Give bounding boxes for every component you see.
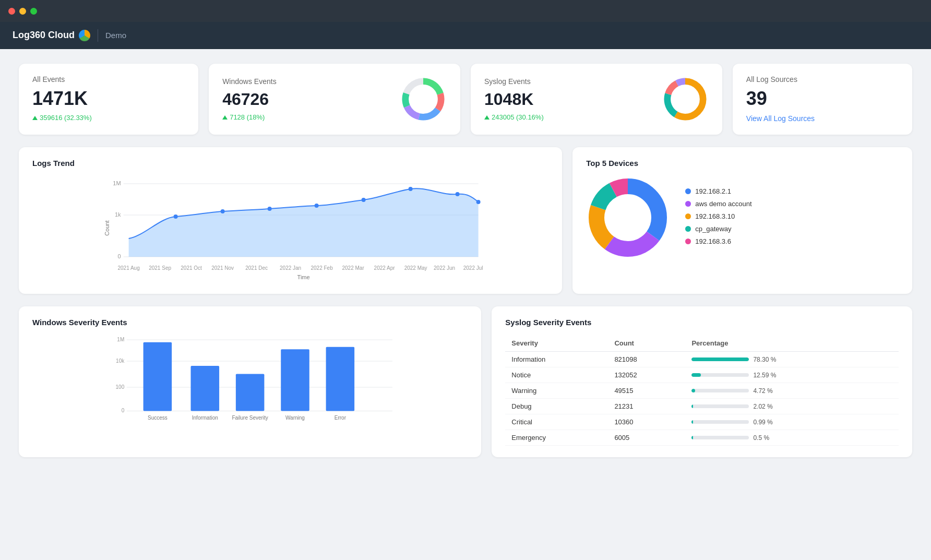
logo-icon [79, 30, 90, 41]
svg-text:Information: Information [192, 415, 218, 421]
svg-text:0: 0 [117, 253, 121, 259]
legend-label: aws demo account [695, 200, 751, 208]
svg-text:2021 Nov: 2021 Nov [211, 265, 234, 271]
svg-text:100: 100 [116, 384, 125, 390]
svg-text:Warning: Warning [285, 415, 305, 421]
syslog-severity-title: Syslog Severity Events [505, 318, 899, 327]
svg-point-44 [605, 195, 651, 241]
svg-text:2021 Sep: 2021 Sep [149, 265, 171, 271]
arrow-up-icon [222, 115, 228, 120]
severity-cell: Emergency [505, 430, 608, 446]
syslog-events-change: 243005 (30.16%) [484, 113, 662, 121]
svg-point-24 [476, 200, 481, 204]
windows-events-value: 46726 [222, 90, 400, 109]
percentage-cell: 4.72 % [685, 383, 899, 399]
summary-row: All Events 1471K 359616 (32.33%) Windows… [19, 64, 912, 135]
svg-text:Success: Success [148, 415, 168, 421]
svg-point-23 [456, 192, 460, 196]
table-header-row: Severity Count Percentage [505, 335, 899, 352]
legend-item: 192.168.3.10 [685, 212, 751, 220]
severity-cell: Warning [505, 383, 608, 399]
legend-dot [685, 201, 691, 207]
count-cell: 821098 [608, 352, 685, 367]
percentage-cell: 0.5 % [685, 430, 899, 446]
all-events-card: All Events 1471K 359616 (32.33%) [19, 64, 198, 135]
count-cell: 132052 [608, 367, 685, 383]
windows-events-label: Windows Events [222, 77, 400, 86]
legend-item: aws demo account [685, 200, 751, 208]
charts-row: Logs Trend 1M 1k 0 [19, 147, 912, 294]
percentage-cell: 0.99 % [685, 414, 899, 430]
svg-text:0: 0 [122, 408, 125, 413]
title-bar: Log360 Cloud Demo [0, 22, 931, 49]
svg-text:2022 Mar: 2022 Mar [342, 265, 364, 271]
svg-text:Count: Count [104, 220, 110, 235]
windows-severity-title: Windows Severity Events [32, 318, 468, 327]
top5-legend: 192.168.2.1 aws demo account 192.168.3.1… [685, 187, 751, 250]
windows-events-change-text: 7128 (18%) [230, 113, 265, 121]
svg-rect-61 [326, 347, 355, 411]
windows-donut-chart [400, 76, 447, 123]
top5-title: Top 5 Devices [586, 159, 899, 168]
svg-rect-57 [236, 374, 265, 411]
svg-text:2021 Dec: 2021 Dec [245, 265, 268, 271]
svg-point-21 [362, 198, 366, 202]
logo-text: Log360 Cloud [13, 30, 75, 41]
legend-label: cp_gateway [695, 225, 731, 233]
syslog-donut-chart [662, 76, 709, 123]
window-chrome [0, 0, 931, 22]
windows-events-info: Windows Events 46726 7128 (18%) [222, 77, 400, 121]
top5-devices-card: Top 5 Devices [572, 147, 912, 294]
count-cell: 10360 [608, 414, 685, 430]
legend-item: 192.168.2.1 [685, 187, 751, 195]
svg-text:2022 Feb: 2022 Feb [311, 265, 333, 271]
windows-events-change: 7128 (18%) [222, 113, 400, 121]
legend-dot [685, 239, 691, 244]
svg-text:1M: 1M [113, 180, 121, 186]
svg-text:Error: Error [335, 415, 347, 421]
legend-label: 192.168.2.1 [695, 187, 731, 195]
windows-severity-card: Windows Severity Events 1M 10k 100 0 [19, 306, 481, 457]
all-log-sources-card: All Log Sources 39 View All Log Sources [733, 64, 912, 135]
legend-dot [685, 188, 691, 194]
svg-rect-53 [144, 342, 172, 411]
percentage-cell: 78.30 % [685, 352, 899, 367]
count-cell: 49515 [608, 383, 685, 399]
syslog-table: Severity Count Percentage Information 82… [505, 335, 899, 446]
svg-text:2022 Apr: 2022 Apr [374, 265, 396, 271]
svg-point-18 [221, 209, 225, 213]
svg-text:2022 Jan: 2022 Jan [280, 265, 301, 271]
view-all-sources-link[interactable]: View All Log Sources [746, 114, 815, 123]
windows-events-card: Windows Events 46726 7128 (18%) [209, 64, 460, 135]
svg-text:Failure Severity: Failure Severity [232, 415, 268, 421]
count-cell: 21231 [608, 399, 685, 414]
legend-item: 192.168.3.6 [685, 237, 751, 245]
svg-rect-55 [191, 366, 220, 411]
minimize-button[interactable] [19, 8, 26, 15]
col-count: Count [608, 335, 685, 352]
svg-point-17 [174, 215, 178, 219]
arrow-up-icon [32, 116, 38, 120]
syslog-table-body: Information 821098 78.30 % Notice 132052 [505, 352, 899, 446]
area-chart-svg: 1M 1k 0 2021 Aug [32, 176, 548, 280]
all-events-change-text: 359616 (32.33%) [40, 114, 92, 122]
syslog-events-info: Syslog Events 1048K 243005 (30.16%) [484, 77, 662, 121]
top5-donut [586, 176, 670, 261]
svg-text:2022 Jul: 2022 Jul [463, 265, 483, 271]
svg-text:2021 Aug: 2021 Aug [117, 265, 139, 271]
top5-donut-svg [586, 176, 670, 259]
maximize-button[interactable] [30, 8, 37, 15]
syslog-events-value: 1048K [484, 90, 662, 109]
syslog-events-label: Syslog Events [484, 77, 662, 86]
svg-text:2022 May: 2022 May [404, 265, 427, 271]
syslog-events-change-text: 243005 (30.16%) [492, 113, 544, 121]
top5-content: 192.168.2.1 aws demo account 192.168.3.1… [586, 176, 899, 261]
bar-chart-svg: 1M 10k 100 0 Success Information Failure… [32, 335, 468, 439]
close-button[interactable] [8, 8, 15, 15]
table-row: Emergency 6005 0.5 % [505, 430, 899, 446]
severity-cell: Debug [505, 399, 608, 414]
log-sources-value: 39 [746, 88, 899, 110]
svg-point-22 [409, 187, 413, 191]
all-events-value: 1471K [32, 88, 185, 110]
logs-trend-chart: 1M 1k 0 2021 Aug [32, 176, 548, 282]
